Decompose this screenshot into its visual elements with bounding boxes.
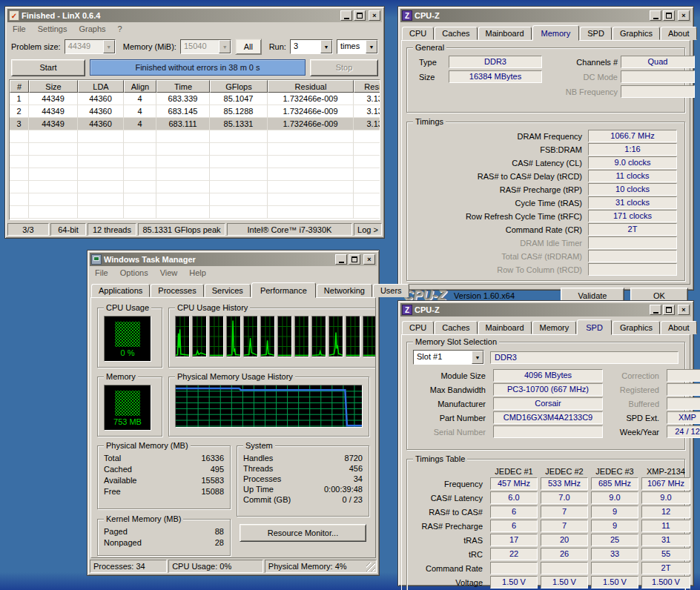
- menu-settings[interactable]: Settings: [38, 24, 67, 33]
- start-button[interactable]: Start: [11, 59, 85, 76]
- timings-table-group: Timings Table JEDEC #1 JEDEC #2 JEDEC #3…: [406, 459, 685, 590]
- column-header[interactable]: Size: [29, 80, 78, 93]
- table-row[interactable]: 1 44349 44360 4 683.339 85.1047 1.732466…: [10, 93, 380, 105]
- run-label: Run:: [269, 42, 286, 51]
- menu-help[interactable]: ?: [118, 24, 122, 33]
- minimize-button[interactable]: [340, 10, 352, 21]
- tab-users[interactable]: Users: [373, 284, 409, 297]
- version-text: Version 1.60.x64: [454, 291, 515, 300]
- close-button[interactable]: ×: [369, 10, 380, 21]
- column-header[interactable]: LDA: [78, 80, 124, 93]
- stop-button[interactable]: Stop: [310, 59, 378, 76]
- chevron-down-icon[interactable]: ▼: [366, 40, 377, 53]
- problem-size-label: Problem size:: [11, 42, 61, 51]
- cpuz-app-icon: Z: [402, 10, 412, 21]
- menu-file[interactable]: File: [95, 268, 108, 277]
- dc-mode-value: [621, 70, 695, 83]
- taskmgr-menubar: File Options View Help: [90, 266, 377, 279]
- tab-mainboard[interactable]: Mainboard: [478, 27, 532, 40]
- tab-caches[interactable]: Caches: [435, 321, 477, 334]
- tab-services[interactable]: Services: [205, 284, 251, 297]
- close-button[interactable]: ×: [363, 254, 375, 265]
- cpu-usage-meter: 0 %: [104, 316, 151, 362]
- tab-memory[interactable]: Memory: [532, 321, 577, 334]
- menu-options[interactable]: Options: [120, 268, 148, 277]
- log-button[interactable]: Log >: [354, 223, 382, 236]
- column-header[interactable]: Align: [124, 80, 156, 93]
- chevron-down-icon[interactable]: ▼: [320, 40, 332, 53]
- timing-label: FSB:DRAM: [413, 145, 582, 154]
- problem-size-combo[interactable]: 44349 ▼: [65, 39, 116, 54]
- taskmgr-titlebar[interactable]: Windows Task Manager ×: [90, 253, 377, 266]
- minimize-button[interactable]: [335, 254, 347, 265]
- chevron-down-icon[interactable]: ▼: [103, 40, 115, 53]
- cpu-history-panel: [243, 316, 258, 357]
- cpu-history-panel: [175, 316, 190, 357]
- tab-caches[interactable]: Caches: [435, 27, 477, 40]
- maximize-button[interactable]: [663, 305, 675, 315]
- menu-view[interactable]: View: [160, 268, 178, 277]
- tab-graphics[interactable]: Graphics: [612, 321, 660, 334]
- table-row-selected[interactable]: 3 44349 44360 4 683.111 85.1331 1.732466…: [10, 118, 380, 130]
- tab-cpu[interactable]: CPU: [402, 321, 434, 334]
- minimize-button[interactable]: [650, 305, 661, 315]
- row-label: tRAS: [413, 536, 487, 545]
- column-header[interactable]: Residual (norm.): [354, 80, 380, 93]
- cpu-usage-group: CPU Usage 0 %: [97, 308, 162, 368]
- tab-applications[interactable]: Applications: [91, 284, 150, 297]
- table-row-empty: [10, 143, 380, 156]
- tab-cpu[interactable]: CPU: [402, 27, 434, 40]
- cpu-history-panel: [363, 316, 376, 357]
- tab-mainboard[interactable]: Mainboard: [478, 321, 532, 334]
- close-button[interactable]: ×: [678, 10, 690, 21]
- all-button[interactable]: All: [235, 39, 262, 55]
- menu-file[interactable]: File: [13, 24, 26, 33]
- cpu-history-panel: [277, 316, 292, 357]
- memory-value: 753 MB: [105, 417, 151, 426]
- tab-performance[interactable]: Performance: [251, 282, 316, 298]
- manufacturer-value: Corsair: [493, 397, 603, 410]
- chevron-down-icon[interactable]: ▼: [472, 351, 483, 364]
- close-button[interactable]: ×: [678, 305, 690, 315]
- maximize-button[interactable]: [354, 10, 366, 21]
- cpu-history-group: CPU Usage History: [168, 308, 376, 368]
- chevron-down-icon[interactable]: ▼: [219, 40, 231, 53]
- column-header: JEDEC #1: [490, 467, 538, 476]
- cpuz-titlebar[interactable]: Z CPU-Z ×: [400, 9, 691, 22]
- run-combo[interactable]: 3 ▼: [290, 39, 333, 54]
- tab-processes[interactable]: Processes: [151, 284, 203, 297]
- slot-select[interactable]: Slot #1 ▼: [413, 350, 484, 365]
- resource-monitor-button[interactable]: Resource Monitor...: [240, 524, 366, 542]
- column-header[interactable]: Time: [156, 80, 210, 93]
- menu-graphs[interactable]: Graphs: [79, 24, 105, 33]
- row-label: tRC: [413, 550, 487, 559]
- minimize-button[interactable]: [650, 10, 661, 21]
- row-label: Frequency: [413, 480, 487, 488]
- memory-slot-group: Memory Slot Selection Slot #1 ▼ DDR3 Mod…: [406, 342, 685, 450]
- column-header[interactable]: Residual: [268, 80, 354, 93]
- menu-help[interactable]: Help: [189, 268, 206, 277]
- cpuz-window-title: CPU-Z: [415, 11, 647, 20]
- tab-networking[interactable]: Networking: [317, 284, 372, 297]
- tab-spd[interactable]: SPD: [580, 27, 612, 40]
- cpuz-tabs: CPU Caches Mainboard Memory SPD Graphics…: [400, 316, 691, 334]
- linx-titlebar[interactable]: ✓ Finished - LinX 0.6.4 ×: [7, 9, 382, 22]
- part-number-value: CMD16GX3M4A2133C9: [493, 411, 603, 424]
- tab-spd[interactable]: SPD: [577, 319, 612, 335]
- tab-memory[interactable]: Memory: [532, 25, 580, 41]
- maximize-button[interactable]: [349, 254, 360, 265]
- tab-graphics[interactable]: Graphics: [612, 27, 660, 40]
- memory-mib-combo[interactable]: 15040 ▼: [180, 39, 231, 54]
- max-bandwidth-label: Max Bandwidth: [413, 385, 489, 394]
- column-header[interactable]: #: [10, 80, 29, 93]
- cpuz-titlebar[interactable]: Z CPU-Z ×: [400, 303, 691, 316]
- tab-about[interactable]: About: [661, 321, 697, 334]
- table-row[interactable]: 2 44349 44360 4 683.145 85.1288 1.732466…: [10, 105, 380, 118]
- table-row-empty: [10, 206, 380, 219]
- status-cpu-name: Intel® Core™ i7-3930K: [227, 223, 352, 236]
- max-bandwidth-value: PC3-10700 (667 MHz): [493, 383, 603, 396]
- column-header[interactable]: GFlops: [210, 80, 268, 93]
- maximize-button[interactable]: [663, 10, 675, 21]
- tab-about[interactable]: About: [661, 27, 697, 40]
- times-combo[interactable]: times ▼: [337, 39, 378, 54]
